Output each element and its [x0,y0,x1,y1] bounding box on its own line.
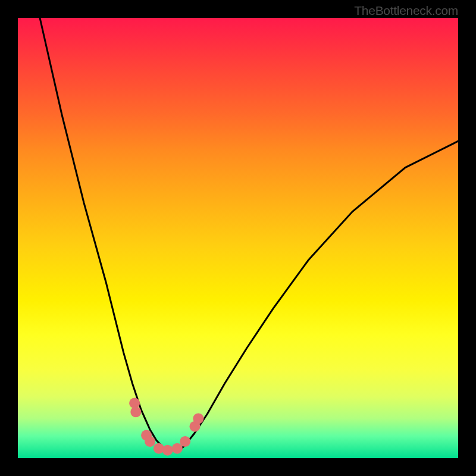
data-marker [145,436,155,447]
data-marker [162,445,173,456]
curve-left-curve [40,18,161,445]
curve-right-curve [181,141,458,449]
data-marker [130,406,141,417]
data-marker [180,436,190,447]
data-marker [193,413,203,424]
data-marker [154,443,164,454]
chart-svg [0,0,476,476]
